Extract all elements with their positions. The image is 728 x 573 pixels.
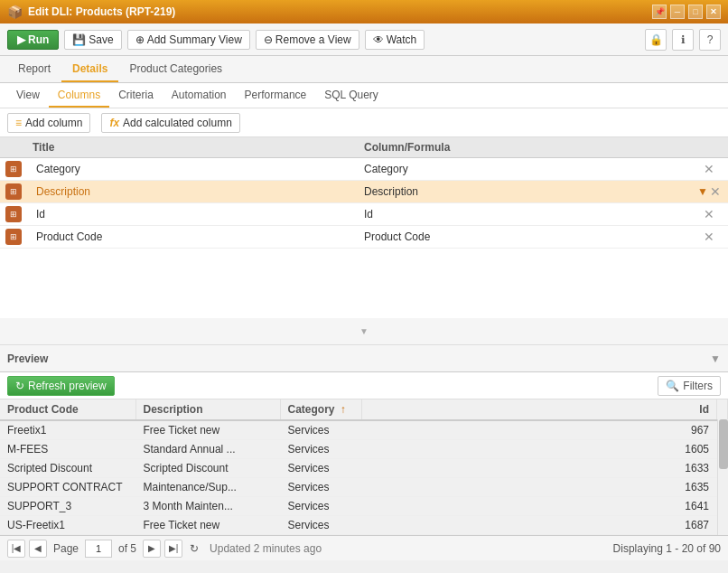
preview-header: Preview ▼ [0,345,728,372]
header-product-code[interactable]: Product Code [0,399,135,420]
column-formula-0: Category [364,163,695,175]
pagination-refresh-icon[interactable]: ↻ [190,542,199,555]
lock-button[interactable]: 🔒 [645,29,667,51]
subtab-sql-query[interactable]: SQL Query [315,84,387,108]
refresh-label: Refresh preview [28,380,107,392]
page-input[interactable] [85,540,112,558]
run-button[interactable]: ▶ Run [7,30,59,50]
updated-text: Updated 2 minutes ago [210,542,322,555]
tab-details[interactable]: Details [61,57,118,82]
cell-product-code-2: Scripted Discount [0,459,135,478]
column-formula-3: Product Code [364,230,695,243]
cell-description-4: 3 Month Mainten... [135,497,280,516]
remove-column-3[interactable]: ✕ [704,230,714,244]
remove-column-2[interactable]: ✕ [704,207,714,221]
cell-description-2: Scripted Discount [135,459,280,478]
close-button[interactable]: ✕ [706,5,721,19]
add-column-label: Add column [25,117,82,129]
remove-column-1[interactable]: ✕ [710,184,721,199]
filter-icon: 🔍 [666,380,679,392]
table-row: US-Freetix1 Free Ticket new Services 168… [0,516,728,535]
table-row: SUPPORT CONTRACT Maintenance/Sup... Serv… [0,478,728,497]
columns-header: Title Column/Formula [0,137,728,158]
next-page-button[interactable]: ▶ [143,540,161,558]
subtab-criteria[interactable]: Criteria [109,84,163,108]
run-icon: ▶ [17,33,25,46]
save-label: Save [89,33,113,46]
column-icon-2: ⊞ [5,206,22,222]
filters-button[interactable]: 🔍 Filters [658,376,721,396]
cell-product-code-5: US-Freetix1 [0,516,135,535]
cell-id-5: 1687 [361,516,717,535]
cell-category-5: Services [280,516,361,535]
column-icon-3: ⊞ [5,229,22,245]
subtab-view[interactable]: View [7,84,49,108]
column-title-2: Id [33,208,364,221]
help-button[interactable]: ? [699,29,721,51]
column-title-0: Category [33,163,364,175]
maximize-button[interactable]: □ [688,5,703,19]
preview-table-container: Product Code Description Category ↑ Id [0,399,728,535]
cell-product-code-1: M-FEES [0,440,135,459]
save-button[interactable]: 💾 Save [64,30,121,50]
add-column-button[interactable]: ≡ Add column [7,113,90,133]
remove-view-icon: ⊖ [264,33,273,46]
total-pages: of 5 [118,542,136,555]
cell-description-1: Standard Annual ... [135,440,280,459]
save-icon: 💾 [72,33,86,46]
column-row-2[interactable]: ⊞ Id Id ✕ [0,203,728,226]
preview-table: Product Code Description Category ↑ Id [0,399,728,535]
tab-report[interactable]: Report [7,57,61,82]
vertical-scrollbar[interactable] [717,419,728,535]
header-id[interactable]: Id [361,399,717,420]
header-category[interactable]: Category ↑ [280,399,361,420]
cell-id-1: 1605 [361,440,717,459]
toolbar-right: 🔒 ℹ ? [645,29,721,51]
column-row-selected[interactable]: ⊞ Description Description ▼ ✕ [0,181,728,203]
remove-column-0[interactable]: ✕ [704,162,714,176]
window-controls: 📌 ─ □ ✕ [652,5,721,19]
add-summary-label: Add Summary View [147,33,242,46]
refresh-preview-button[interactable]: ↻ Refresh preview [7,376,115,396]
list-icon: ≡ [15,117,22,129]
column-icon-1: ⊞ [5,183,22,200]
column-row-3[interactable]: ⊞ Product Code Product Code ✕ [0,226,728,249]
resize-handle[interactable]: ▼ [0,318,728,345]
preview-collapse-button[interactable]: ▼ [710,352,721,365]
add-summary-button[interactable]: ⊕ Add Summary View [127,30,250,50]
info-button[interactable]: ℹ [672,29,694,51]
expand-arrow-1[interactable]: ▼ [697,185,708,198]
column-actions-0: ✕ [695,162,723,176]
cell-description-0: Free Ticket new [135,420,280,440]
subtab-columns[interactable]: Columns [49,84,109,108]
main-tabs: Report Details Product Categories [0,56,728,83]
remove-view-button[interactable]: ⊖ Remove a View [256,30,359,50]
cell-category-1: Services [280,440,361,459]
cell-product-code-3: SUPPORT CONTRACT [0,478,135,497]
page-label: Page [53,542,79,555]
column-row[interactable]: ⊞ Category Category ✕ [0,158,728,181]
cell-category-2: Services [280,459,361,478]
remove-view-label: Remove a View [275,33,351,46]
first-page-button[interactable]: |◀ [7,540,25,558]
prev-page-button[interactable]: ◀ [29,540,47,558]
column-actions-3: ✕ [695,230,723,244]
last-page-button[interactable]: ▶| [164,540,182,558]
sort-arrow-category: ↑ [341,403,346,416]
table-row: Scripted Discount Scripted Discount Serv… [0,459,728,478]
column-title-1: Description [33,185,364,198]
add-calc-column-button[interactable]: fx Add calculated column [101,113,239,133]
subtab-automation[interactable]: Automation [163,84,236,108]
watch-button[interactable]: 👁 Watch [365,30,425,50]
header-description[interactable]: Description [135,399,280,420]
tab-product-categories[interactable]: Product Categories [118,57,233,82]
scrollbar-thumb[interactable] [719,419,728,469]
filters-label: Filters [683,380,713,392]
subtab-performance[interactable]: Performance [236,84,316,108]
refresh-icon: ↻ [15,380,24,392]
add-calc-label: Add calculated column [123,117,232,129]
table-row: SUPPORT_3 3 Month Mainten... Services 16… [0,497,728,516]
preview-table-scroll[interactable]: Product Code Description Category ↑ Id [0,399,728,535]
pin-button[interactable]: 📌 [652,5,667,19]
minimize-button[interactable]: ─ [670,5,685,19]
